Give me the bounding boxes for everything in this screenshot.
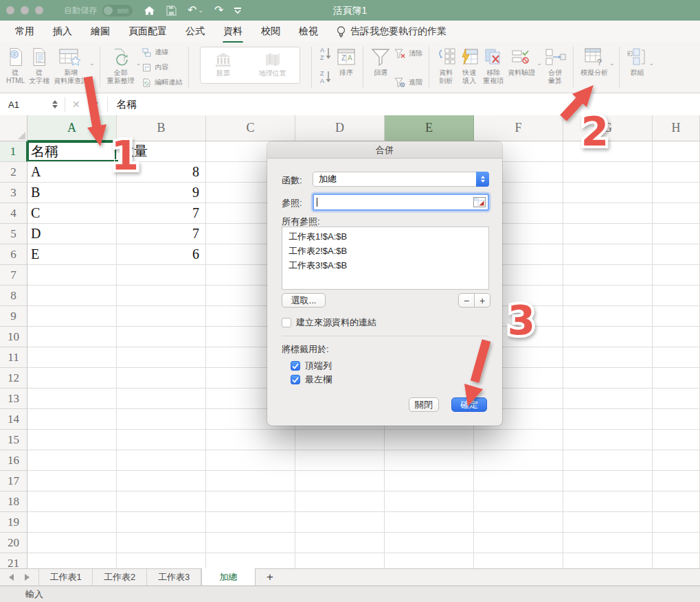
cell-C18[interactable]: [206, 491, 295, 512]
column-header-E[interactable]: E: [385, 115, 474, 141]
tell-me-box[interactable]: 告訴我您要執行的作業: [337, 25, 447, 38]
cell-H6[interactable]: [653, 244, 700, 265]
reference-item[interactable]: 工作表2!$A:$B: [282, 244, 488, 258]
ribbon-tab-頁面配置[interactable]: 頁面配置: [128, 25, 167, 38]
sheet-tab-工作表1[interactable]: 工作表1: [38, 569, 93, 586]
cell-A4[interactable]: C: [27, 203, 117, 224]
prev-sheet-icon[interactable]: [9, 574, 14, 581]
cell-D17[interactable]: [295, 471, 385, 491]
select-button[interactable]: 選取...: [282, 293, 326, 308]
cell-B9[interactable]: [117, 306, 206, 327]
ribbon-tab-校閱[interactable]: 校閱: [261, 25, 280, 38]
cell-A17[interactable]: [27, 471, 117, 491]
cell-B18[interactable]: [117, 491, 206, 512]
cell-G16[interactable]: [563, 450, 653, 471]
ribbon-tab-插入[interactable]: 插入: [53, 25, 72, 38]
cell-D21[interactable]: [295, 553, 385, 568]
references-listbox[interactable]: 工作表1!$A:$B工作表2!$A:$B工作表3!$A:$B: [282, 227, 489, 290]
sheet-tab-工作表3[interactable]: 工作表3: [147, 569, 201, 586]
cell-B19[interactable]: [117, 512, 206, 533]
row-header-13[interactable]: 13: [0, 389, 27, 409]
cell-A8[interactable]: [27, 286, 117, 306]
cell-B10[interactable]: [117, 327, 206, 347]
sheet-tab-工作表2[interactable]: 工作表2: [93, 569, 147, 586]
checkbox-unchecked-icon[interactable]: [282, 318, 291, 327]
geography-button[interactable]: 地理位置: [259, 52, 286, 78]
row-header-6[interactable]: 6: [0, 244, 27, 265]
window-zoom-button[interactable]: [35, 6, 43, 14]
what-if-analysis-button[interactable]: ? 模擬分析: [578, 45, 610, 78]
sort-descending-button[interactable]: ZA: [318, 69, 333, 87]
left-column-checkbox-row[interactable]: 最左欄: [291, 373, 332, 386]
cell-G1[interactable]: [563, 141, 653, 162]
range-selector-icon[interactable]: [473, 197, 486, 209]
remove-duplicates-button[interactable]: 移除 重複項: [481, 45, 506, 86]
column-header-F[interactable]: F: [474, 115, 563, 141]
ok-button[interactable]: 確定: [451, 397, 487, 412]
row-header-2[interactable]: 2: [0, 162, 27, 183]
cell-E16[interactable]: [385, 450, 474, 471]
cell-G13[interactable]: [563, 389, 653, 409]
name-box[interactable]: A1: [0, 100, 48, 110]
cell-H17[interactable]: [653, 471, 700, 491]
ribbon-tab-資料[interactable]: 資料: [223, 25, 242, 38]
sheet-tab-加總[interactable]: 加總: [201, 568, 256, 586]
cell-G11[interactable]: [563, 347, 653, 368]
reference-item[interactable]: 工作表1!$A:$B: [282, 229, 488, 244]
cell-H2[interactable]: [653, 162, 700, 183]
cell-E21[interactable]: [385, 553, 474, 568]
new-database-query-chevron-icon[interactable]: ⌄: [89, 60, 95, 67]
cell-A6[interactable]: E: [27, 244, 117, 265]
cell-G5[interactable]: [563, 224, 653, 244]
cell-B8[interactable]: [117, 286, 206, 306]
row-header-10[interactable]: 10: [0, 327, 27, 347]
close-button[interactable]: 關閉: [409, 397, 439, 412]
cell-H15[interactable]: [653, 430, 700, 450]
reference-input[interactable]: [313, 194, 489, 211]
advanced-filter-button[interactable]: 進階: [394, 78, 422, 87]
cell-H18[interactable]: [653, 491, 700, 512]
cell-B17[interactable]: [117, 471, 206, 491]
row-header-19[interactable]: 19: [0, 512, 27, 533]
cell-G4[interactable]: [563, 203, 653, 224]
cell-H19[interactable]: [653, 512, 700, 533]
remove-reference-button[interactable]: −: [458, 293, 475, 308]
data-validation-button[interactable]: 資料驗證: [506, 45, 537, 78]
from-text-button[interactable]: 從 文字檔: [27, 45, 52, 86]
row-header-9[interactable]: 9: [0, 306, 27, 327]
cell-B4[interactable]: 7: [117, 203, 206, 224]
function-dropdown[interactable]: 加總: [313, 172, 489, 187]
cell-C15[interactable]: [206, 430, 295, 450]
add-reference-button[interactable]: +: [474, 293, 490, 308]
top-row-checkbox-row[interactable]: 頂端列: [291, 360, 332, 372]
row-header-1[interactable]: 1: [0, 141, 27, 162]
cell-G14[interactable]: [563, 409, 653, 430]
cell-H13[interactable]: [653, 389, 700, 409]
column-header-A[interactable]: A: [27, 115, 117, 141]
filter-button[interactable]: 篩選: [368, 45, 393, 78]
cell-H11[interactable]: [653, 347, 700, 368]
cell-D15[interactable]: [295, 430, 385, 450]
ribbon-tab-常用[interactable]: 常用: [15, 25, 34, 38]
cell-A19[interactable]: [27, 512, 117, 533]
refresh-all-button[interactable]: 全部 重新整理: [105, 45, 137, 86]
cell-B15[interactable]: [117, 430, 206, 450]
undo-icon[interactable]: ↶: [188, 5, 196, 16]
cell-H10[interactable]: [653, 327, 700, 347]
cell-D19[interactable]: [295, 512, 385, 533]
cell-A15[interactable]: [27, 430, 117, 450]
row-header-12[interactable]: 12: [0, 368, 27, 389]
cell-B16[interactable]: [117, 450, 206, 471]
cell-C20[interactable]: [206, 533, 295, 553]
cell-A13[interactable]: [27, 389, 117, 409]
cell-F18[interactable]: [474, 491, 563, 512]
cell-C16[interactable]: [206, 450, 295, 471]
cell-G6[interactable]: [563, 244, 653, 265]
undo-chevron-icon[interactable]: ⌄: [198, 7, 203, 14]
cell-H21[interactable]: [653, 553, 700, 568]
cell-A9[interactable]: [27, 306, 117, 327]
cell-B5[interactable]: 7: [117, 224, 206, 244]
cell-E17[interactable]: [385, 471, 474, 491]
home-icon[interactable]: [144, 5, 155, 16]
cell-A5[interactable]: D: [27, 224, 117, 244]
